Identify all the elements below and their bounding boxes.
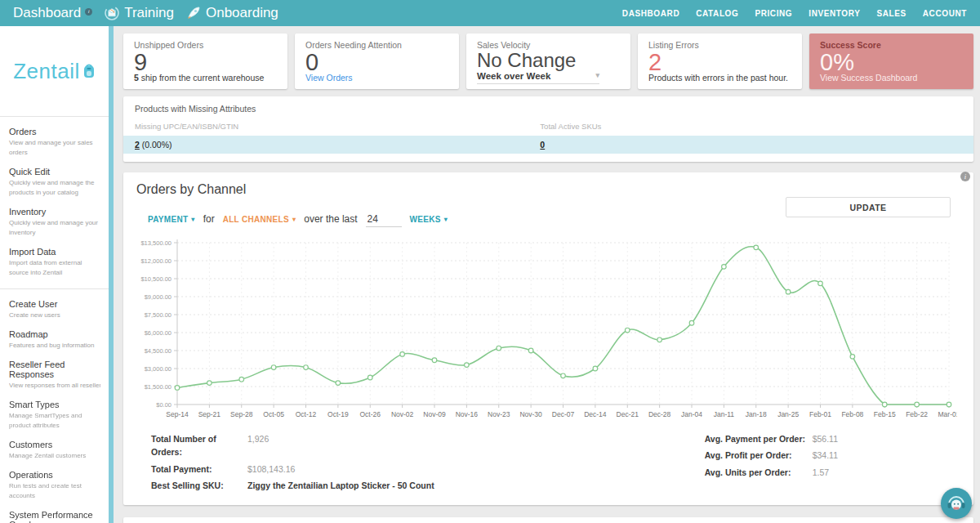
stat-label: Avg. Payment per Order: <box>705 432 813 445</box>
info-icon[interactable]: i <box>960 172 970 181</box>
nav-link-catalog[interactable]: CATALOG <box>696 9 738 18</box>
y-axis-label: $4,500.00 <box>145 347 172 355</box>
nav-link-sales[interactable]: SALES <box>876 9 906 18</box>
card-sales-velocity: Sales Velocity No Change Week over Week … <box>466 34 630 89</box>
y-axis-label: $7,500.00 <box>145 311 172 319</box>
data-point-marker <box>947 402 951 407</box>
sidebar-item-desc: View responses from all resellers on the… <box>9 381 100 391</box>
velocity-period-select[interactable]: Week over Week ▾ <box>477 71 599 84</box>
x-axis-label: Sep-28 <box>230 410 253 418</box>
sidebar-item-system-performance-graphs[interactable]: System Performance GraphsCron, database … <box>0 505 109 523</box>
stat-value: 1.57 <box>813 466 829 479</box>
data-point-marker <box>528 348 533 353</box>
summary-stat-row: Total Number of Orders:1,926 <box>151 432 434 459</box>
summary-stat-row: Total Payment:$108,143.16 <box>151 463 434 476</box>
data-point-marker <box>625 328 630 333</box>
sidebar-item-title: Create User <box>9 299 100 309</box>
sidebar: Zentail OrdersView and manage your sales… <box>0 26 114 523</box>
view-success-dashboard-link[interactable]: View Success Dashboard <box>820 73 917 83</box>
y-axis-label: $3,000.00 <box>145 365 172 373</box>
robot-mascot-icon <box>947 494 966 513</box>
main-content: Unshipped Orders 9 5 ship from the curre… <box>118 26 980 523</box>
summary-stat-row: Avg. Payment per Order:$56.11 <box>705 432 838 445</box>
channel-select[interactable]: ALL CHANNELS ▾ <box>223 215 296 224</box>
nav-training[interactable]: Training <box>104 5 174 21</box>
metric-select[interactable]: PAYMENT ▾ <box>148 215 195 224</box>
missing-attributes-row[interactable]: 2 (0.00%) 0 <box>123 136 973 154</box>
column-missing-gtin: Missing UPC/EAN/ISBN/GTIN <box>135 122 540 131</box>
chart-summary-stats: Total Number of Orders:1,926Total Paymen… <box>151 432 960 492</box>
sidebar-item-desc: Quickly view and manage the products in … <box>9 178 100 198</box>
stat-value: 1,926 <box>247 432 269 459</box>
stat-label: Avg. Units per Order: <box>705 466 813 479</box>
x-axis-label: Dec-14 <box>584 410 607 418</box>
y-axis-label: $0.00 <box>156 401 172 409</box>
sidebar-item-quick-edit[interactable]: Quick EditQuickly view and manage the pr… <box>0 162 109 202</box>
sidebar-item-desc: Quickly view and manage your inventory <box>9 218 100 238</box>
nav-link-account[interactable]: ACCOUNT <box>923 9 967 18</box>
sidebar-item-desc: View and manage your sales orders <box>9 138 100 158</box>
nav-link-pricing[interactable]: PRICING <box>755 9 792 18</box>
x-axis-label: Jan-25 <box>777 410 799 418</box>
sidebar-item-create-user[interactable]: Create UserCreate new users <box>0 294 109 324</box>
missing-attributes-card: Products with Missing Attributes Missing… <box>123 96 973 162</box>
nav-link-dashboard[interactable]: DASHBOARD <box>622 9 679 18</box>
card-unshipped-orders: Unshipped Orders 9 5 ship from the curre… <box>123 34 287 89</box>
data-point-marker <box>786 289 791 294</box>
package-icon <box>104 6 120 20</box>
sidebar-item-title: Quick Edit <box>9 167 100 177</box>
sidebar-item-roadmap[interactable]: RoadmapFeatures and bug information <box>0 324 109 355</box>
nav-onboarding[interactable]: Onboarding <box>185 5 278 21</box>
nav-training-label: Training <box>124 5 174 21</box>
unshipped-note: 5 ship from the current warehouse <box>134 73 264 83</box>
logo-text: Zentail <box>13 59 80 84</box>
metric-value: PAYMENT <box>148 215 188 224</box>
data-point-marker <box>336 381 341 386</box>
stat-value: $108,143.16 <box>247 463 295 476</box>
top-nav-apps: Dashboard i Training Onboarding <box>13 5 278 21</box>
sidebar-item-smart-types[interactable]: Smart TypesManage SmartTypes and product… <box>0 395 109 435</box>
x-axis-label: Nov-09 <box>423 410 446 418</box>
product-listing-errors-card: Product Listing Errors <box>123 517 973 523</box>
x-axis-label: Oct-12 <box>296 410 317 418</box>
total-active-skus-link[interactable]: 0 <box>540 140 545 150</box>
data-point-marker <box>497 346 501 351</box>
help-chat-button[interactable] <box>941 488 972 519</box>
sidebar-item-title: Smart Types <box>9 400 100 409</box>
info-badge-icon[interactable]: i <box>85 8 92 16</box>
card-orders-needing-attention: Orders Needing Attention 0 View Orders <box>295 34 459 89</box>
sidebar-item-orders[interactable]: OrdersView and manage your sales orders <box>0 122 109 162</box>
sidebar-item-inventory[interactable]: InventoryQuickly view and manage your in… <box>0 202 109 242</box>
data-point-marker <box>271 365 276 370</box>
data-point-marker <box>304 365 309 370</box>
card-title: Listing Errors <box>648 40 791 50</box>
x-axis-label: Nov-30 <box>519 410 542 418</box>
period-count-input[interactable] <box>366 212 402 227</box>
view-orders-link[interactable]: View Orders <box>305 73 353 83</box>
nav-dashboard[interactable]: Dashboard i <box>13 5 92 21</box>
x-axis-label: Feb-15 <box>874 410 896 418</box>
x-axis-label: Nov-23 <box>488 410 510 418</box>
logo[interactable]: Zentail <box>0 26 109 116</box>
sidebar-item-operations[interactable]: OperationsRun tests and create test acco… <box>0 465 109 505</box>
data-point-marker <box>657 337 662 342</box>
nav-link-inventory[interactable]: INVENTORY <box>808 9 860 18</box>
x-axis-label: Oct-19 <box>327 410 349 418</box>
period-unit-value: WEEKS <box>410 215 441 224</box>
missing-gtin-percent: (0.00%) <box>140 140 172 150</box>
card-title: Orders Needing Attention <box>305 40 448 50</box>
sidebar-item-reseller-feed-responses[interactable]: Reseller Feed ResponsesView responses fr… <box>0 355 109 395</box>
rocket-icon <box>185 6 202 20</box>
sidebar-item-customers[interactable]: CustomersManage Zentail customers <box>0 435 109 465</box>
sidebar-item-title: Customers <box>9 440 100 449</box>
stat-value: $56.11 <box>813 432 838 445</box>
sidebar-item-import-data[interactable]: Import DataImport data from external sou… <box>0 242 109 282</box>
sidebar-item-title: Reseller Feed Responses <box>9 360 100 379</box>
listing-errors-note: Products with errors in the past hour. <box>648 73 788 83</box>
data-point-marker <box>915 402 920 407</box>
sidebar-item-title: Roadmap <box>9 329 100 339</box>
stat-label: Total Payment: <box>151 463 247 476</box>
update-button[interactable]: UPDATE <box>786 197 951 217</box>
x-axis-label: Dec-21 <box>617 410 639 418</box>
period-unit-select[interactable]: WEEKS ▾ <box>410 215 448 224</box>
